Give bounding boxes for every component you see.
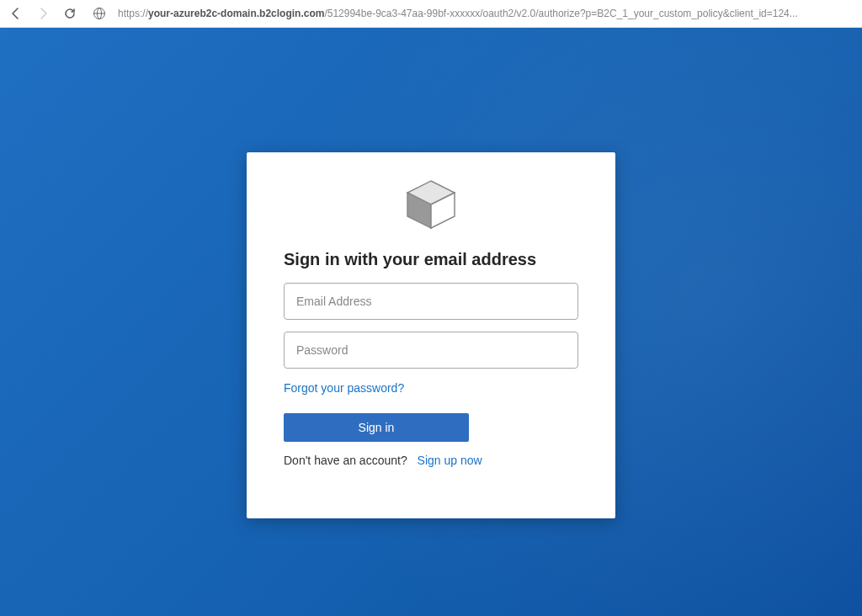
email-field[interactable] [284, 283, 578, 320]
forgot-password-link[interactable]: Forgot your password? [284, 381, 404, 395]
forward-icon[interactable] [35, 6, 51, 21]
password-field[interactable] [284, 332, 578, 369]
page-background: Sign in with your email address Forgot y… [0, 28, 862, 616]
url-domain: your-azureb2c-domain.b2clogin.com [148, 8, 324, 19]
refresh-icon[interactable] [62, 6, 77, 21]
signup-link[interactable]: Sign up now [418, 454, 482, 467]
url-prefix: https:// [118, 8, 148, 19]
cube-icon [401, 178, 461, 231]
browser-toolbar: https://your-azureb2c-domain.b2clogin.co… [0, 0, 862, 28]
url-path: /512994be-9ca3-47aa-99bf-xxxxxx/oauth2/v… [324, 8, 797, 19]
globe-icon [93, 7, 106, 20]
card-title: Sign in with your email address [284, 250, 578, 269]
no-account-text: Don't have an account? [284, 454, 407, 467]
nav-controls [8, 6, 77, 21]
logo-container [284, 178, 578, 231]
back-icon[interactable] [8, 6, 24, 21]
address-bar[interactable]: https://your-azureb2c-domain.b2clogin.co… [118, 8, 854, 19]
signup-row: Don't have an account? Sign up now [284, 454, 578, 467]
signin-button[interactable]: Sign in [284, 413, 469, 442]
login-card: Sign in with your email address Forgot y… [247, 152, 615, 518]
